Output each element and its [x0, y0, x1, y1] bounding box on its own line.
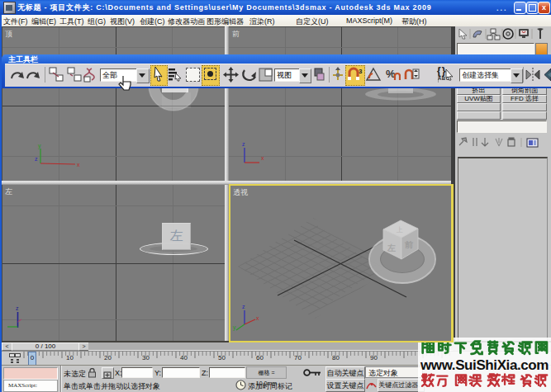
svg-text:z: z [35, 156, 38, 162]
svg-text:x: x [77, 162, 80, 168]
svg-text:3: 3 [359, 68, 363, 75]
svg-text:y: y [38, 143, 41, 149]
svg-text:上: 上 [396, 226, 403, 234]
svg-text:前: 前 [404, 240, 414, 249]
svg-text:左: 左 [387, 243, 396, 253]
svg-text:z: z [242, 141, 245, 147]
svg-text:x: x [256, 315, 259, 321]
svg-text:z: z [242, 304, 245, 309]
svg-text:z: z [16, 305, 19, 311]
svg-text:y: y [233, 324, 236, 331]
svg-text:x: x [261, 155, 264, 161]
